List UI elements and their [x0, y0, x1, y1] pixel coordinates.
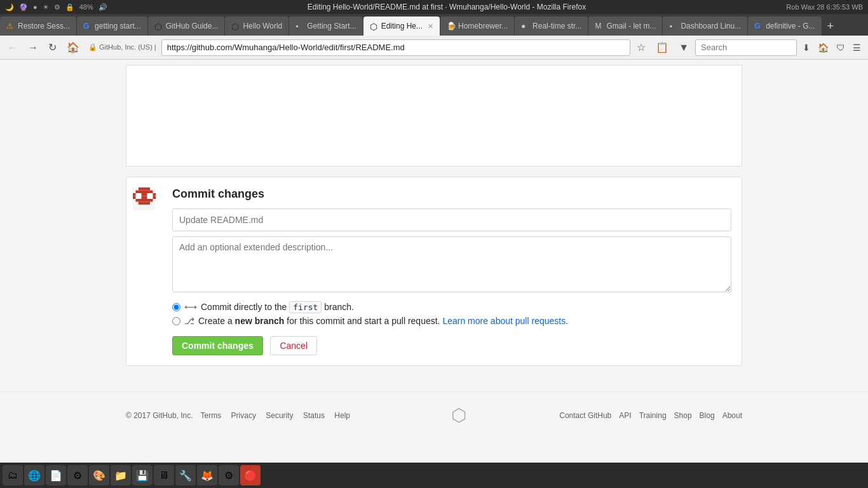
tab-label-editing: Editing He...	[381, 22, 423, 30]
footer-about-link[interactable]: About	[722, 411, 742, 420]
home-button[interactable]: 🏠	[63, 39, 83, 56]
new-branch-label: Create a new branch for this commit and …	[198, 316, 568, 326]
pocket-button[interactable]: ▼	[675, 39, 693, 56]
tab-realtime[interactable]: ●Real-time str...	[515, 17, 588, 36]
page-content: Commit changes ⟷ Commit directly to the …	[0, 60, 868, 463]
back-button[interactable]: ←	[4, 39, 22, 56]
branch-name: first	[289, 301, 322, 313]
home-nav-button[interactable]: 🏠	[815, 41, 832, 55]
tab-definitive[interactable]: Gdefinitive - G...	[748, 17, 821, 36]
footer-left: © 2017 GitHub, Inc. Terms Privacy Securi…	[126, 411, 358, 420]
reload-button[interactable]: ↻	[44, 39, 60, 56]
tab-github-guide[interactable]: ⬡GitHub Guide...	[148, 17, 225, 36]
avatar	[133, 187, 156, 210]
commit-direct-option[interactable]: ⟷ Commit directly to the first branch.	[172, 302, 731, 312]
svg-rect-6	[136, 199, 153, 202]
tab-getting-started[interactable]: Ggetting start...	[77, 17, 147, 36]
commit-section: Commit changes ⟷ Commit directly to the …	[126, 177, 742, 366]
address-bar[interactable]	[161, 39, 630, 56]
tab-close-editing[interactable]: ✕	[428, 22, 433, 30]
commit-direct-label: Commit directly to the first branch.	[201, 302, 354, 312]
tabs-container: ⚠Restore Sess...Ggetting start...⬡GitHub…	[0, 17, 822, 36]
editor-area[interactable]	[126, 65, 742, 166]
copyright: © 2017 GitHub, Inc.	[126, 411, 193, 420]
commit-form: Commit changes ⟷ Commit directly to the …	[162, 177, 742, 365]
tab-favicon-dashboard: ▪	[669, 22, 678, 30]
tab-label-getting-started: getting start...	[95, 22, 141, 30]
tab-label-gmail: Gmail - let m...	[606, 22, 656, 30]
footer-shop-link[interactable]: Shop	[674, 411, 692, 420]
more-button[interactable]: ☰	[850, 41, 864, 55]
commit-message-input[interactable]	[172, 208, 731, 231]
footer-api-link[interactable]: API	[619, 411, 631, 420]
tab-label-github-guide: GitHub Guide...	[166, 22, 219, 30]
tab-label-homebrew: Homebrewer...	[458, 22, 508, 30]
footer-contact-link[interactable]: Contact GitHub	[559, 411, 611, 420]
footer: © 2017 GitHub, Inc. Terms Privacy Securi…	[0, 391, 868, 438]
svg-rect-8	[136, 193, 142, 199]
footer-blog-link[interactable]: Blog	[700, 411, 715, 420]
footer-links: Terms Privacy Security Status Help	[201, 411, 358, 420]
tab-favicon-hello-world: ⬡	[231, 22, 240, 30]
footer-status-link[interactable]: Status	[303, 411, 325, 420]
commit-direct-radio[interactable]	[172, 303, 180, 311]
branch-icon: ⟷	[184, 302, 197, 312]
tab-label-restore: Restore Sess...	[18, 22, 70, 30]
adblock-button[interactable]: 🛡	[833, 41, 848, 55]
cancel-button[interactable]: Cancel	[270, 336, 317, 355]
svg-rect-3	[136, 191, 153, 194]
title-bar: 🌙🔮●☀⚙🔒48%🔊 Editing Hello-World/README.md…	[0, 0, 868, 14]
svg-rect-1	[139, 187, 144, 191]
footer-inner: © 2017 GitHub, Inc. Terms Privacy Securi…	[126, 405, 742, 426]
footer-security-link[interactable]: Security	[266, 411, 293, 420]
tab-label-getting-start2: Getting Start...	[307, 22, 356, 30]
pr-icon: ⎇	[184, 316, 194, 326]
footer-privacy-link[interactable]: Privacy	[231, 411, 256, 420]
tab-dashboard[interactable]: ▪Dashboard Linu...	[663, 17, 747, 36]
tab-bar: ⚠Restore Sess...Ggetting start...⬡GitHub…	[0, 14, 868, 36]
footer-help-link[interactable]: Help	[334, 411, 350, 420]
new-branch-option[interactable]: ⎇ Create a new branch for this commit an…	[172, 316, 731, 326]
commit-radio-group: ⟷ Commit directly to the first branch. ⎇…	[172, 302, 731, 326]
security-indicator: 🔒 GitHub, Inc. (US) |	[86, 43, 159, 51]
tab-gmail[interactable]: MGmail - let m...	[588, 17, 662, 36]
svg-rect-7	[139, 202, 150, 205]
commit-button[interactable]: Commit changes	[172, 336, 263, 355]
download-button[interactable]: ⬇	[799, 41, 813, 55]
tab-homebrew[interactable]: 🍺Homebrewer...	[440, 17, 514, 36]
tab-label-hello-world: Hello World	[243, 22, 282, 30]
svg-rect-2	[144, 187, 150, 191]
reader-button[interactable]: 📋	[652, 39, 672, 56]
tab-favicon-definitive: G	[754, 22, 763, 30]
tab-editing[interactable]: ⬡Editing He...✕	[363, 17, 440, 36]
forward-button[interactable]: →	[24, 39, 42, 56]
user-avatar-container	[126, 177, 162, 365]
search-input[interactable]	[695, 39, 797, 56]
bookmark-button[interactable]: ☆	[633, 39, 649, 56]
tab-favicon-editing: ⬡	[370, 22, 379, 30]
tab-favicon-getting-start2: ▪	[295, 22, 304, 30]
tab-label-definitive: definitive - G...	[766, 22, 815, 30]
new-branch-radio[interactable]	[172, 317, 180, 325]
tab-favicon-realtime: ●	[521, 22, 530, 30]
username-time: Rob Wax 28 6:35:53 WB	[786, 3, 863, 11]
footer-terms-link[interactable]: Terms	[201, 411, 222, 420]
tab-getting-start2[interactable]: ▪Getting Start...	[289, 17, 362, 36]
commit-section-title: Commit changes	[172, 187, 731, 201]
commit-description-textarea[interactable]	[172, 236, 731, 292]
tab-favicon-homebrew: 🍺	[447, 22, 456, 30]
tab-favicon-github-guide: ⬡	[154, 22, 163, 30]
footer-right: Contact GitHub API Training Shop Blog Ab…	[559, 411, 742, 420]
footer-training-link[interactable]: Training	[639, 411, 667, 420]
svg-rect-9	[147, 193, 153, 199]
tab-restore[interactable]: ⚠Restore Sess...	[0, 17, 76, 36]
github-logo-icon: ⬡	[451, 405, 466, 426]
tab-hello-world[interactable]: ⬡Hello World	[225, 17, 288, 36]
new-branch-bold: new branch	[235, 316, 285, 326]
tab-label-dashboard: Dashboard Linu...	[681, 22, 741, 30]
commit-actions: Commit changes Cancel	[172, 336, 731, 355]
learn-more-link[interactable]: Learn more about pull requests.	[442, 316, 568, 326]
nav-bar: ← → ↻ 🏠 🔒 GitHub, Inc. (US) | ☆ 📋 ▼ ⬇ 🏠 …	[0, 36, 868, 60]
window-title: Editing Hello-World/README.md at first ·…	[107, 3, 787, 11]
new-tab-button[interactable]: +	[822, 17, 839, 36]
